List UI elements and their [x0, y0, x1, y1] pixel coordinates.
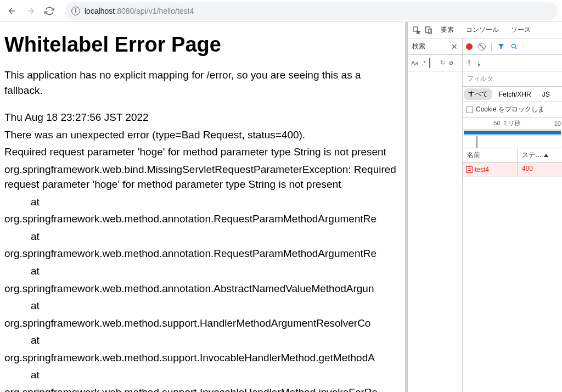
- svg-point-3: [512, 44, 515, 48]
- filter-js[interactable]: JS: [538, 89, 554, 99]
- devtools-search-pane: 検索 ✕ Aa .* ↻ ⊘: [408, 38, 463, 392]
- browser-toolbar: i localhost:8080/api/v1/hello/test4: [0, 0, 562, 22]
- stack-line: org.springframework.web.method.support.H…: [4, 316, 401, 331]
- exception-line: org.springframework.web.bind.MissingServ…: [4, 162, 401, 192]
- stack-line: org.springframework.web.method.annotatio…: [4, 246, 401, 261]
- device-toggle-icon[interactable]: [423, 25, 434, 36]
- error-message: Required request parameter 'hoge' for me…: [4, 144, 401, 160]
- stack-line: org.springframework.web.method.support.I…: [4, 350, 401, 366]
- page-body: Whitelabel Error Page This application h…: [0, 22, 407, 392]
- close-icon[interactable]: ✕: [451, 42, 458, 51]
- reload-button[interactable]: [42, 3, 57, 19]
- upload-icon[interactable]: ⭱: [466, 59, 473, 67]
- search-input[interactable]: [429, 58, 437, 68]
- stack-at: at: [4, 229, 401, 244]
- record-button[interactable]: [466, 43, 473, 50]
- regex-toggle[interactable]: .*: [422, 60, 425, 66]
- search-icon[interactable]: [510, 43, 518, 51]
- filter-input[interactable]: フィルタ: [467, 74, 493, 83]
- filter-all[interactable]: すべて: [464, 88, 492, 100]
- network-row[interactable]: test4 400: [463, 163, 562, 177]
- arrow-left-icon: [7, 6, 17, 16]
- url-text: localhost:8080/api/v1/hello/test4: [85, 7, 194, 15]
- waterfall-area[interactable]: [463, 136, 562, 148]
- arrow-right-icon: [26, 6, 36, 16]
- devtools-network-pane: ⭱ ⭳ フィルタ すべて Fetch/XHR JS Cookie をブロックしま…: [463, 38, 562, 392]
- inspect-icon[interactable]: [411, 25, 422, 36]
- col-name[interactable]: 名前: [463, 148, 518, 162]
- svg-rect-1: [426, 27, 430, 33]
- document-icon: [466, 166, 473, 173]
- error-summary: There was an unexpected error (type=Bad …: [4, 127, 401, 143]
- request-status: 400: [518, 163, 562, 176]
- page-title: Whitelabel Error Page: [4, 33, 401, 57]
- tab-console[interactable]: コンソール: [460, 22, 504, 38]
- clear-icon[interactable]: ⊘: [448, 59, 453, 66]
- sort-asc-icon: [544, 154, 548, 157]
- search-label: 検索: [412, 42, 425, 51]
- timeline-tick: 10: [551, 120, 562, 127]
- block-cookies-label: Cookie をブロックしま: [476, 105, 544, 114]
- col-status[interactable]: ステ…: [518, 148, 562, 162]
- clear-button[interactable]: [478, 43, 486, 51]
- timeline-tick: 50 ミリ秒: [463, 119, 551, 127]
- timestamp: Thu Aug 18 23:27:56 JST 2022: [4, 110, 401, 125]
- site-info-icon[interactable]: i: [71, 7, 80, 15]
- forward-button[interactable]: [23, 3, 38, 19]
- stack-at: at: [4, 264, 401, 279]
- devtools-panel: 要素 コンソール ソース 検索 ✕ Aa .* ↻ ⊘: [407, 22, 562, 392]
- devtools-tabs: 要素 コンソール ソース: [408, 22, 562, 38]
- match-case-toggle[interactable]: Aa: [411, 60, 418, 66]
- download-icon[interactable]: ⭳: [476, 59, 482, 67]
- url-path: :8080/api/v1/hello/test4: [115, 7, 194, 15]
- intro-text: This application has no explicit mapping…: [4, 68, 401, 98]
- url-host: localhost: [85, 7, 115, 15]
- stack-at: at: [4, 194, 401, 210]
- overview-timeline[interactable]: [463, 130, 562, 136]
- stack-at: at: [4, 367, 401, 383]
- stack-at: at: [4, 298, 401, 313]
- stack-line: org.springframework.web.method.annotatio…: [4, 211, 401, 227]
- reload-icon: [44, 6, 54, 16]
- back-button[interactable]: [4, 3, 20, 19]
- filter-fetch-xhr[interactable]: Fetch/XHR: [494, 89, 536, 99]
- block-cookies-checkbox[interactable]: [466, 107, 473, 113]
- request-name: test4: [475, 166, 489, 173]
- tab-sources[interactable]: ソース: [505, 22, 536, 38]
- tab-elements[interactable]: 要素: [435, 22, 459, 38]
- refresh-icon[interactable]: ↻: [440, 59, 445, 66]
- stack-line: org.springframework.web.method.support.I…: [4, 385, 401, 392]
- address-bar[interactable]: i localhost:8080/api/v1/hello/test4: [65, 2, 558, 20]
- filter-icon[interactable]: [497, 43, 505, 51]
- stack-line: org.springframework.web.method.annotatio…: [4, 281, 401, 296]
- stack-at: at: [4, 333, 401, 348]
